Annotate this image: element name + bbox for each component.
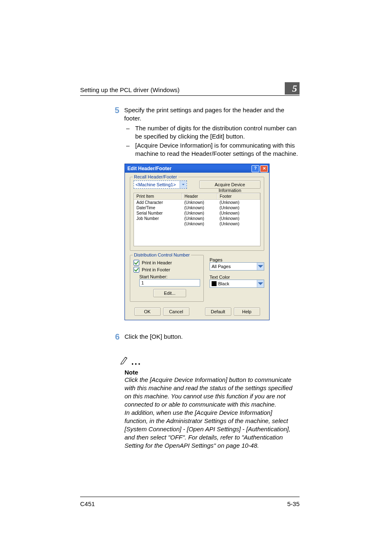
pages-dropdown[interactable]: All Pages (210, 262, 264, 271)
edit-button[interactable]: Edit... (153, 289, 186, 297)
footer-rule (80, 497, 300, 497)
footer-right: 5-35 (287, 500, 300, 507)
color-swatch-icon (212, 281, 217, 286)
header-rule (80, 95, 300, 96)
table-row[interactable]: Add Character(Unknown)(Unknown) (134, 200, 260, 206)
text-color-value: Black (218, 281, 229, 286)
step-number: 5 (105, 106, 119, 114)
note-paragraph: Click the [Acquire Device Information] b… (125, 376, 295, 409)
bullet-text: The number of digits for the distributio… (135, 124, 300, 141)
recall-fieldset: Recall Header/Footer <Machine Setting1> … (130, 177, 264, 251)
checkbox-label: Print in Footer (142, 267, 170, 272)
chevron-down-icon (180, 181, 187, 188)
dcn-fieldset: Distribution Control Number Print in Hea… (130, 255, 204, 302)
checkbox-label: Print in Header (142, 260, 172, 265)
text-color-dropdown[interactable]: Black (210, 280, 264, 288)
text-color-label: Text Color (210, 275, 264, 280)
checkbox-icon (134, 267, 139, 273)
step-number: 6 (105, 333, 120, 341)
dialog-title: Edit Header/Footer (127, 166, 171, 171)
bullet-text: [Acquire Device Information] is for comm… (135, 141, 300, 158)
dcn-legend: Distribution Control Number (133, 252, 191, 257)
checkbox-icon (134, 260, 139, 266)
pages-value: All Pages (210, 264, 257, 269)
print-in-header-checkbox[interactable]: Print in Header (134, 260, 200, 266)
recall-dropdown-text: <Machine Setting1> (134, 182, 180, 187)
recall-legend: Recall Header/Footer (133, 174, 178, 179)
table-row[interactable]: (Unknown)(Unknown) (134, 221, 260, 227)
dialog-titlebar: Edit Header/Footer ? ✕ (125, 164, 269, 173)
note-icon (120, 356, 129, 367)
ok-button[interactable]: OK (134, 308, 161, 316)
acquire-device-info-button[interactable]: Acquire Device Information (199, 180, 261, 189)
table-row[interactable]: Serial Number(Unknown)(Unknown) (134, 210, 260, 216)
step-text: Specify the print settings and pages for… (124, 106, 300, 123)
table-header: Footer (217, 193, 260, 200)
header-title: Setting up the PCL driver (Windows) (80, 86, 180, 93)
help-icon[interactable]: ? (251, 165, 259, 172)
bullet-dash: – (126, 141, 135, 158)
recall-dropdown[interactable]: <Machine Setting1> (134, 180, 187, 189)
table-header: Header (182, 193, 217, 200)
chevron-down-icon (257, 263, 264, 270)
print-in-footer-checkbox[interactable]: Print in Footer (134, 267, 200, 273)
close-icon[interactable]: ✕ (260, 165, 268, 172)
step-text: Click the [OK] button. (125, 333, 183, 341)
bullet-dash: – (126, 124, 135, 141)
start-number-input[interactable] (139, 279, 200, 287)
chevron-down-icon (257, 280, 264, 287)
cancel-button[interactable]: Cancel (163, 308, 189, 316)
table-row[interactable]: Job Number(Unknown)(Unknown) (134, 216, 260, 221)
chapter-badge: 5 (285, 82, 300, 95)
default-button[interactable]: Default (205, 308, 231, 316)
note-dots: ... (131, 356, 141, 367)
help-button[interactable]: Help (234, 308, 260, 316)
print-item-table: Print Item Header Footer Add Character(U… (134, 193, 261, 246)
table-row[interactable]: Date/Time(Unknown)(Unknown) (134, 205, 260, 210)
edit-header-footer-dialog: Edit Header/Footer ? ✕ Recall Header/Foo… (125, 164, 270, 320)
note-label: Note (125, 369, 300, 376)
pages-label: Pages (210, 257, 264, 262)
note-paragraph: In addition, when use the [Acquire Devic… (125, 409, 295, 450)
footer-left: C451 (80, 500, 95, 507)
table-header: Print Item (134, 193, 182, 200)
start-number-label: Start Number: (139, 274, 200, 279)
